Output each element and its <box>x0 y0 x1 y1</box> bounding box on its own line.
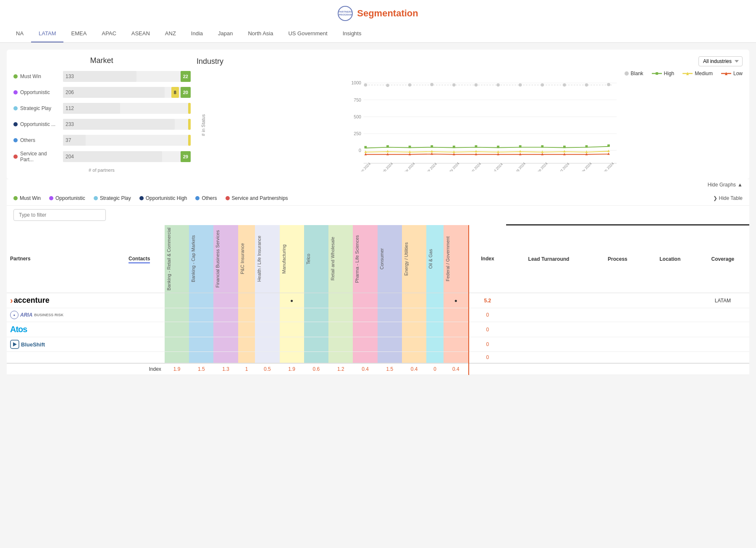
tab-anz[interactable]: ANZ <box>158 25 184 42</box>
tab-japan[interactable]: Japan <box>210 25 240 42</box>
tab-na[interactable]: NA <box>8 25 31 42</box>
tab-bar: NALATAMEMEAAPACASEANANZIndiaJapanNorth A… <box>0 25 756 43</box>
location-header: Location <box>644 225 696 293</box>
svg-text:Nov 2024: Nov 2024 <box>579 161 593 171</box>
data-table: Partners Contacts Banking - Retail & Com… <box>7 224 749 375</box>
svg-text:1000: 1000 <box>351 80 361 85</box>
tab-apac[interactable]: APAC <box>94 25 123 42</box>
logo: PARTNERS PROGRAM <box>338 6 353 21</box>
y-axis-label: # in Status <box>201 114 206 136</box>
filter-row <box>7 205 749 224</box>
col-mfg: Manufacturing <box>280 225 304 293</box>
svg-point-27 <box>563 84 566 87</box>
filter-input[interactable] <box>13 209 106 221</box>
index-header: Index <box>469 225 506 293</box>
svg-rect-31 <box>386 145 389 148</box>
svg-rect-36 <box>497 146 499 148</box>
industry-chart: 1000 750 500 250 0 <box>218 79 743 171</box>
market-row-others: Others 37 <box>13 135 190 146</box>
col-oil: Oil & Gas <box>426 225 443 293</box>
must-win-dot <box>13 74 18 79</box>
partner-accenture: ›accenture <box>7 293 114 308</box>
tab-us-government[interactable]: US Government <box>281 25 335 42</box>
svg-text:Aug 2024: Aug 2024 <box>512 161 526 171</box>
svg-rect-39 <box>563 146 566 148</box>
svg-text:May 2024: May 2024 <box>446 161 460 171</box>
svg-marker-79 <box>13 342 17 346</box>
partners-header: Partners <box>7 225 114 293</box>
legend-opp-high: Opportunistic High <box>139 195 187 201</box>
svg-point-25 <box>519 84 522 87</box>
atos-logo: Atos <box>10 325 27 334</box>
svg-rect-1 <box>656 72 658 75</box>
tab-india[interactable]: India <box>184 25 210 42</box>
col-energy: Energy / Utilities <box>402 225 426 293</box>
svg-point-20 <box>408 84 412 87</box>
col-pac: P&C Insurance <box>238 225 255 293</box>
market-panel: Market Must Win 133 22 Opportuni <box>13 56 190 173</box>
table-wrapper: Partners Contacts Banking - Retail & Com… <box>7 224 749 375</box>
col-pharma: Pharma - Life Sciences <box>353 225 377 293</box>
strategic-dot <box>13 106 18 110</box>
legend-others: Others <box>195 195 217 201</box>
hide-graphs-button[interactable]: Hide Graphs ▲ <box>708 182 743 188</box>
svg-rect-41 <box>607 144 610 147</box>
page-title: Segmentation <box>357 8 418 19</box>
tab-north-asia[interactable]: North Asia <box>240 25 281 42</box>
coverage-header: Coverage <box>696 225 749 293</box>
legend-low: Low <box>721 71 743 76</box>
hide-table-button[interactable]: ❯ Hide Table <box>713 195 743 201</box>
table-row: ● ARIA BUSINESS RISK <box>7 308 749 322</box>
col-retail: Retail and Wholesale <box>328 225 353 293</box>
opp-high-dot <box>13 122 18 126</box>
market-title: Market <box>13 56 190 65</box>
tab-latam[interactable]: LATAM <box>31 25 63 42</box>
svg-point-26 <box>541 84 544 87</box>
legend-opportunistic: Opportunistic <box>49 195 85 201</box>
legend-strategic-play: Strategic Play <box>94 195 131 201</box>
col-consumer: Consumer <box>378 225 402 293</box>
svg-point-29 <box>607 83 610 87</box>
col-banking-cap: Banking - Cap Markets <box>189 225 213 293</box>
svg-text:Feb 2024: Feb 2024 <box>380 162 394 171</box>
table-row: 0 <box>7 352 749 364</box>
index-row: Index 1.9 1.5 1.3 1 0.5 1.9 0.6 1.2 0.4 … <box>7 363 749 375</box>
opp-high-bar: 233 <box>63 119 190 130</box>
svg-rect-32 <box>409 146 411 148</box>
industry-header: Industry All industries <box>197 56 743 66</box>
industry-title: Industry <box>197 57 223 66</box>
svg-text:750: 750 <box>354 97 361 102</box>
market-row-service: Service and Part... 204 29 <box>13 151 190 163</box>
svg-text:Mar 2024: Mar 2024 <box>402 162 416 171</box>
service-bar: 204 29 <box>63 151 190 162</box>
table-row: ›accenture ● ● <box>7 293 749 308</box>
tab-emea[interactable]: EMEA <box>63 25 94 42</box>
svg-text:0: 0 <box>359 148 361 153</box>
legend-blank: Blank <box>625 71 643 76</box>
industry-dropdown[interactable]: All industries <box>698 56 743 66</box>
chart-container: # in Status 1000 750 500 250 0 <box>197 79 743 173</box>
industry-panel: Industry All industries Blank High Mediu… <box>197 56 743 173</box>
svg-point-18 <box>364 84 368 87</box>
service-dot <box>13 155 18 159</box>
svg-rect-33 <box>430 145 433 148</box>
market-row-strategic: Strategic Play 112 <box>13 103 190 114</box>
market-row-mustwin: Must Win 133 22 <box>13 71 190 82</box>
col-fin: Financial Business Services <box>213 225 238 293</box>
svg-text:250: 250 <box>354 131 361 136</box>
svg-rect-30 <box>365 146 367 149</box>
svg-text:Sep 2024: Sep 2024 <box>535 161 549 171</box>
table-row: Atos 0 <box>7 322 749 337</box>
svg-marker-65 <box>607 152 610 155</box>
col-federal: Federal / Government <box>444 225 469 293</box>
tab-asean[interactable]: ASEAN <box>124 25 158 42</box>
logo-text: PARTNERS PROGRAM <box>339 10 352 16</box>
svg-text:500: 500 <box>354 114 361 119</box>
svg-point-21 <box>430 83 433 87</box>
process-header: Process <box>591 225 644 293</box>
opportunistic-dot <box>13 90 18 94</box>
legend-must-win: Must Win <box>13 195 41 201</box>
tab-insights[interactable]: Insights <box>335 25 369 42</box>
col-health: Health / Life Insurance <box>255 225 279 293</box>
svg-marker-53 <box>607 149 610 152</box>
